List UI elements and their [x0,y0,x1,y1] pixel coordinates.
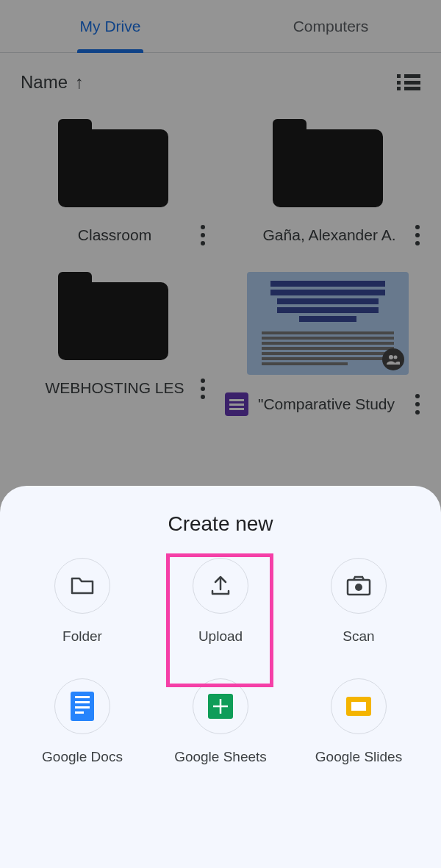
create-folder-button[interactable]: Folder [13,558,151,645]
create-new-sheet: Create new Folder Upload Scan [0,486,441,868]
google-docs-icon [71,692,94,721]
sheet-item-label: Scan [343,628,374,645]
sheet-item-label: Google Docs [42,749,123,765]
tutorial-highlight [166,553,273,687]
scan-button[interactable]: Scan [290,558,428,645]
sheet-item-label: Google Slides [315,749,402,765]
create-docs-button[interactable]: Google Docs [13,678,151,765]
svg-point-3 [355,584,362,591]
folder-outline-icon [70,575,95,596]
sheet-item-label: Google Sheets [174,749,267,765]
create-sheets-button[interactable]: Google Sheets [151,678,290,765]
create-slides-button[interactable]: Google Slides [290,678,428,765]
sheet-item-label: Folder [62,628,102,645]
camera-icon [345,575,372,597]
sheet-title: Create new [0,512,441,536]
google-slides-icon [346,697,371,716]
google-sheets-icon [208,694,233,719]
